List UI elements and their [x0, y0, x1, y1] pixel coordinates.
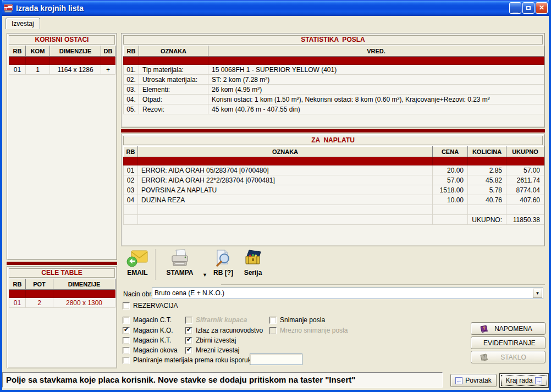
kraj-rada-button[interactable]: Kraj rada → — [499, 373, 549, 388]
table-row[interactable]: 04 DUZINA REZA 10.00 40.76 407.60 — [124, 195, 544, 205]
col-db[interactable]: DB — [101, 46, 115, 57]
col-dimenzije[interactable]: DIMENZIJE — [50, 46, 101, 57]
stampa-button[interactable]: STAMPA — [159, 249, 200, 277]
checkbox-mrezno-snimanje-posla: Mrezno snimanje posla — [269, 327, 348, 334]
checkbox-label: Magacin K.O. — [133, 327, 173, 334]
statistika-table[interactable]: RB OZNAKA VRED. 01. Tip materijala: 15 0… — [123, 46, 544, 114]
checkbox-magacin-kt[interactable]: Magacin K.T. — [123, 336, 171, 344]
checkbox-label: Magacin C.T. — [133, 316, 172, 324]
checkbox-label: Mrezni izvestaj — [196, 346, 239, 354]
evidentiranje-button[interactable]: ? EVIDENTIRANJE — [471, 336, 546, 349]
checkbox-box[interactable] — [123, 337, 130, 344]
close-icon[interactable]: ✕ — [536, 2, 548, 14]
col-kom[interactable]: KOM — [26, 46, 50, 57]
povratak-label: Povratak — [465, 377, 491, 384]
col-oznaka[interactable]: OZNAKA — [139, 46, 208, 57]
checkbox-snimanje-posla[interactable]: Snimanje posla — [269, 316, 325, 324]
tab-strip: Izvestaj — [2, 16, 549, 29]
col-dimenzije[interactable]: DIMENZIJE — [53, 279, 115, 290]
table-row[interactable]: 01 1 1164 x 1286 + — [9, 65, 115, 75]
checkbox-box[interactable] — [123, 317, 130, 324]
minimize-icon[interactable]: ▁ — [509, 2, 521, 14]
tab-izvestaj[interactable]: Izvestaj — [5, 18, 40, 29]
checkbox-planiranje-materijala[interactable]: Planiranje materijala prema roku isporuk… — [123, 356, 255, 364]
checkbox-label: Snimanje posla — [280, 316, 325, 324]
table-row[interactable]: 02. Utrosak materijala: ST: 2 kom (7.28 … — [124, 75, 544, 85]
checkbox-box[interactable] — [123, 302, 130, 310]
checkbox-zbirni-izvestaj[interactable]: Zbirni izvestaj — [185, 336, 236, 344]
checkbox-izlaz-za-racunovodstvo[interactable]: Izlaz za racunovodstvo — [185, 327, 263, 334]
napomena-label: NAPOMENA — [493, 325, 534, 333]
checkbox-box[interactable] — [185, 347, 192, 354]
checkbox-box[interactable] — [123, 327, 130, 334]
maximize-icon[interactable] — [522, 2, 535, 14]
table-row[interactable]: 02 ERROR: AIDA ORAH 22*2/283704 [0700481… — [124, 175, 544, 185]
table-row[interactable]: 01. Tip materijala: 15 0068FH 1 - SUPERI… — [124, 65, 544, 75]
napomena-button[interactable]: ? NAPOMENA — [471, 322, 546, 335]
titlebar[interactable]: Izrada krojnih lista ▁ ✕ — [0, 0, 551, 16]
checkbox-label: REZERVACIJA — [133, 302, 178, 310]
email-button[interactable]: EMAIL — [123, 249, 152, 277]
kraj-rada-label: Kraj rada — [506, 377, 533, 384]
panel-za-naplatu: ZA NAPLATU RB OZNAKA CENA KOLICINA UKUPN… — [121, 134, 545, 246]
selected-empty-row — [9, 57, 115, 65]
price-mode-value: Bruto cena (E + N.K.O.) — [155, 289, 224, 297]
table-header-row: RB OZNAKA CENA KOLICINA UKUPNO — [124, 147, 544, 157]
col-oznaka[interactable]: OZNAKA — [138, 147, 433, 157]
za-naplatu-title: ZA NAPLATU — [123, 136, 543, 145]
divider — [221, 284, 545, 285]
table-header-row: RB OZNAKA VRED. — [124, 46, 544, 57]
za-naplatu-table[interactable]: RB OZNAKA CENA KOLICINA UKUPNO 01 ERROR:… — [123, 146, 544, 225]
table-header-row: RB POT DIMENZIJE — [9, 279, 115, 290]
checkbox-box[interactable] — [185, 337, 192, 344]
window-title: Izrada krojnih lista — [16, 4, 84, 13]
checkbox-magacin-okova[interactable]: Magacin okova — [123, 346, 178, 354]
checkbox-box[interactable] — [123, 347, 130, 354]
serija-chest-icon — [243, 249, 263, 268]
divider — [7, 262, 117, 265]
table-row[interactable]: 01 2 2800 x 1300 — [9, 298, 115, 308]
cele-table[interactable]: RB POT DIMENZIJE 01 2 2800 x 1300 — [9, 279, 115, 308]
table-row[interactable]: 01 ERROR: AIDA ORAH 05/283704 [0700480] … — [124, 165, 544, 175]
checkbox-box — [269, 327, 277, 334]
serija-button[interactable]: Serija — [239, 249, 267, 277]
povratak-button[interactable]: ← Povratak — [450, 374, 497, 387]
col-rb[interactable]: RB — [124, 147, 138, 157]
col-pot[interactable]: POT — [26, 279, 53, 290]
table-row[interactable]: 04. Otpad: Korisni ostaci: 1 kom (1.50 m… — [124, 95, 544, 104]
planiranje-date-input[interactable] — [250, 354, 302, 365]
app-icon — [4, 4, 13, 13]
col-rb[interactable]: RB — [124, 46, 139, 57]
checkbox-box[interactable] — [123, 357, 130, 364]
col-rb[interactable]: RB — [9, 46, 26, 57]
total-label: UKUPNO: — [468, 215, 506, 225]
table-row[interactable]: 05. Rezovi: 45 kom (40.76 m - 407.55 din… — [124, 104, 544, 114]
staklo-button: ? STAKLO — [471, 351, 546, 363]
col-rb[interactable]: RB — [9, 279, 26, 290]
dropdown-arrow-icon[interactable]: ▼ — [533, 289, 542, 298]
col-kolicina[interactable]: KOLICINA — [468, 147, 506, 157]
selected-empty-row — [9, 290, 115, 298]
evidentiranje-label: EVIDENTIRANJE — [483, 339, 536, 347]
checkbox-magacin-ct[interactable]: Magacin C.T. — [123, 316, 172, 324]
empty-row — [124, 205, 544, 215]
korisni-ostaci-table[interactable]: RB KOM DIMENZIJE DB 01 1 1164 x 1286 + — [9, 46, 115, 75]
checkbox-box[interactable] — [185, 327, 192, 334]
book-icon: ? — [479, 325, 488, 333]
price-mode-select[interactable]: Bruto cena (E + N.K.O.) ▼ — [152, 288, 543, 299]
table-row[interactable]: 03 POVRSINA ZA NAPLATU 1518.00 5.78 8774… — [124, 185, 544, 195]
col-vred[interactable]: VRED. — [208, 46, 544, 57]
checkbox-rezervacija[interactable]: REZERVACIJA — [123, 302, 178, 310]
table-row[interactable]: 03. Elementi: 26 kom (4.95 m²) — [124, 85, 544, 95]
printer-icon — [169, 249, 191, 268]
stampa-dropdown-arrow-icon[interactable]: ▼ — [202, 272, 207, 278]
col-cena[interactable]: CENA — [433, 147, 468, 157]
checkbox-box[interactable] — [269, 317, 277, 324]
rb-help-button[interactable]: RB [?] — [208, 249, 239, 277]
arrow-right-icon: → — [535, 377, 542, 384]
selected-empty-row — [124, 57, 544, 65]
col-ukupno[interactable]: UKUPNO — [506, 147, 544, 157]
checkbox-magacin-ko[interactable]: Magacin K.O. — [123, 327, 173, 334]
checkbox-mrezni-izvestaj[interactable]: Mrezni izvestaj — [185, 346, 239, 354]
divider — [121, 129, 545, 132]
